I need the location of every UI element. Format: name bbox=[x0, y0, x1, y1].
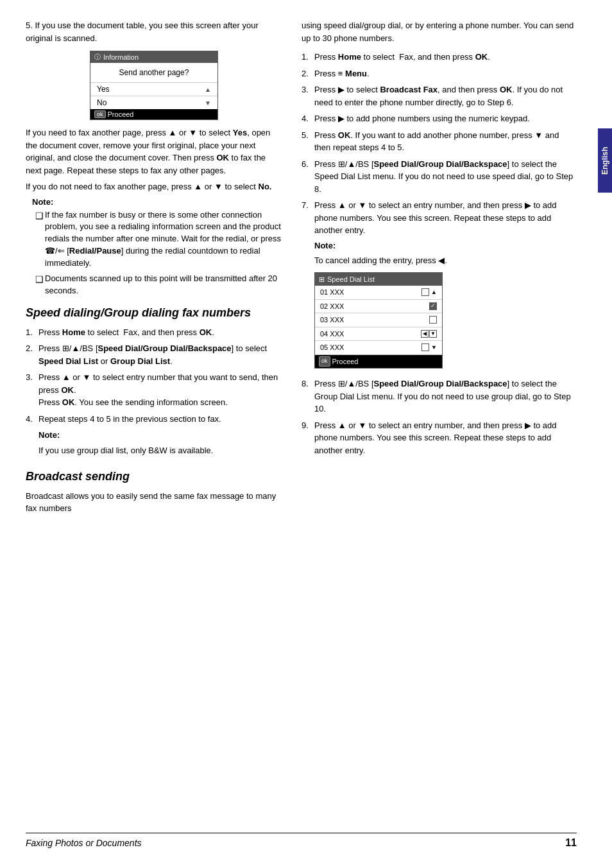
speed-dial-footer-label: Proceed bbox=[332, 356, 359, 367]
step4-note: Note: If you use group dial list, only B… bbox=[38, 429, 282, 456]
note-label-1: Note: bbox=[32, 197, 282, 207]
scroll-arr-1: ▲ bbox=[431, 288, 437, 297]
speed-dial-title-text: Speed Dial List bbox=[327, 274, 375, 285]
section1-title: Speed dialing/Group dialing fax numbers bbox=[26, 306, 282, 320]
note-text-1: If the fax number is busy or there is so… bbox=[45, 209, 282, 270]
step-r2: 2. Press ≡ Menu. bbox=[302, 67, 577, 80]
dialog-title-bar: ⓘ Information bbox=[90, 51, 217, 63]
intro-text: 5. If you use the document table, you se… bbox=[26, 19, 282, 44]
right-column: using speed dial/group dial, or by enter… bbox=[295, 19, 577, 849]
info-icon: ⓘ bbox=[94, 53, 101, 62]
right-intro: using speed dial/group dial, or by enter… bbox=[302, 19, 577, 44]
step4-note-text: If you use group dial list, only B&W is … bbox=[38, 444, 282, 457]
note-item-1: ❑ If the fax number is busy or there is … bbox=[32, 209, 282, 270]
para2: If you do not need to fax another page, … bbox=[26, 180, 282, 193]
speed-dial-title-bar: ⊞ Speed Dial List bbox=[315, 273, 442, 286]
dialog-footer-label: Proceed bbox=[108, 110, 134, 118]
speed-dial-row-1: 01 XXX ▲ bbox=[315, 286, 442, 300]
speed-dial-footer: ok Proceed bbox=[315, 355, 442, 369]
footer-title: Faxing Photos or Documents bbox=[26, 838, 142, 848]
nav-right-4: ▼ bbox=[429, 330, 437, 338]
main-content: 5. If you use the document table, you se… bbox=[0, 0, 612, 868]
english-tab: English bbox=[598, 128, 612, 193]
row-check-2: ✓ bbox=[429, 302, 437, 310]
step-r6: 6. Press ⊞/▲/BS [Speed Dial/Group Dial/B… bbox=[302, 158, 577, 196]
para1: If you need to fax another page, press ▲… bbox=[26, 126, 282, 177]
scroll-down-arrow: ▼ bbox=[205, 100, 211, 107]
row-check-1 bbox=[421, 288, 429, 296]
note-section-1: Note: ❑ If the fax number is busy or the… bbox=[32, 197, 282, 297]
step-r9: 9. Press ▲ or ▼ to select an entry numbe… bbox=[302, 419, 577, 457]
note-bullet-1: ❑ bbox=[35, 209, 45, 270]
ok-badge: ok bbox=[94, 110, 106, 118]
dialog-title-text: Information bbox=[103, 53, 139, 61]
step7-note-label: Note: bbox=[314, 239, 577, 252]
scroll-arr-5: ▼ bbox=[431, 343, 437, 352]
dialog-option-yes: Yes ▲ bbox=[90, 83, 217, 96]
footer-page-number: 11 bbox=[565, 837, 577, 849]
dialog-options: Yes ▲ No ▼ bbox=[90, 83, 217, 109]
left-column: 5. If you use the document table, you se… bbox=[26, 19, 295, 849]
dialog-body: Send another page? bbox=[90, 63, 217, 83]
step-s1-1: 1. Press Home to select Fax, and then pr… bbox=[26, 326, 282, 339]
page-footer: Faxing Photos or Documents 11 bbox=[26, 833, 577, 849]
page-container: English 5. If you use the document table… bbox=[0, 0, 612, 868]
speed-dial-list: ⊞ Speed Dial List 01 XXX ▲ 02 XXX bbox=[314, 272, 443, 369]
row-check-5 bbox=[421, 343, 429, 351]
step-s1-2: 2. Press ⊞/▲/BS [Speed Dial/Group Dial/B… bbox=[26, 342, 282, 367]
speed-dial-icon: ⊞ bbox=[319, 274, 325, 285]
speed-dial-row-4: 04 XXX ◀ ▼ bbox=[315, 327, 442, 342]
note-item-2: ❑ Documents scanned up to this point wil… bbox=[32, 273, 282, 297]
speed-dial-row-2: 02 XXX ✓ bbox=[315, 300, 442, 314]
speed-dial-row-3: 03 XXX bbox=[315, 313, 442, 327]
speed-dial-row-5: 05 XXX ▼ bbox=[315, 341, 442, 355]
step-r4: 4. Press ▶ to add phone numbers using th… bbox=[302, 112, 577, 125]
section2-title: Broadcast sending bbox=[26, 469, 282, 484]
step-r7: 7. Press ▲ or ▼ to select an entry numbe… bbox=[302, 199, 577, 374]
information-dialog: ⓘ Information Send another page? Yes ▲ N… bbox=[90, 51, 218, 120]
broadcast-intro: Broadcast allows you to easily send the … bbox=[26, 490, 282, 515]
english-tab-label: English bbox=[600, 146, 609, 174]
dialog-footer: ok Proceed bbox=[90, 109, 217, 119]
row-check-3 bbox=[429, 316, 437, 324]
step7-note: Note: To cancel adding the entry, press … bbox=[314, 239, 577, 267]
scroll-up-arrow: ▲ bbox=[205, 86, 211, 93]
note-text-2: Documents scanned up to this point will … bbox=[45, 273, 282, 297]
step-r8: 8. Press ⊞/▲/BS [Speed Dial/Group Dial/B… bbox=[302, 378, 577, 415]
step-s1-4: 4. Repeat steps 4 to 5 in the previous s… bbox=[26, 413, 282, 461]
row-nav-4: ◀ ▼ bbox=[421, 330, 437, 338]
ok-badge-2: ok bbox=[319, 356, 330, 367]
step7-note-text: To cancel adding the entry, press ◀. bbox=[314, 254, 577, 267]
step-r3: 3. Press ▶ to select Broadcast Fax, and … bbox=[302, 83, 577, 108]
nav-left-4: ◀ bbox=[421, 330, 429, 338]
note-bullet-2: ❑ bbox=[35, 273, 45, 297]
dialog-option-no: No ▼ bbox=[90, 96, 217, 109]
step4-note-label: Note: bbox=[38, 429, 282, 442]
step-r1: 1. Press Home to select Fax, and then pr… bbox=[302, 51, 577, 64]
step-s1-3: 3. Press ▲ or ▼ to select entry number t… bbox=[26, 371, 282, 409]
step-r5: 5. Press OK. If you want to add another … bbox=[302, 129, 577, 154]
